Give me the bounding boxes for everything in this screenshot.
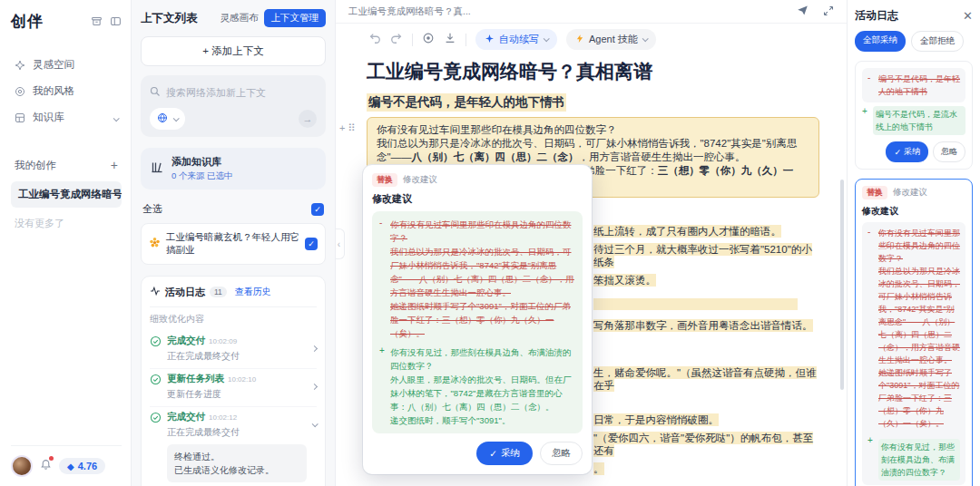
check-circle-icon [150,373,162,401]
sparkle-icon [485,34,495,45]
add-block-button[interactable]: + [339,122,345,198]
context-panel-title: 上下文列表 [141,11,198,26]
card-header-label: 修改建议 [893,187,927,199]
plus-marker: + [867,435,874,481]
replace-badge: 替换 [862,186,887,199]
activity-item[interactable]: 完成交付10:02:09 正在完成最终交付 [150,331,317,369]
deletion-text: 你有没有见过车间里那些印在模具边角的四位数字？ 我们总以为那只是冷冰冰的批次号、… [390,218,575,340]
accept-button[interactable]: ✓采纳 [476,442,533,465]
search-input[interactable] [166,87,302,98]
select-all-checkbox[interactable]: ✓ [311,203,324,216]
activity-item-time: 10:02:10 [228,375,256,384]
app-root: 创伴 灵感空间 我的风格 知识库 我的创作 + 工业编号竟成网络暗号？真... … [0,0,980,486]
paragraph-fragment: 纸上流转，成了只有圈内人才懂的暗语。 [593,225,819,238]
activity-wave-icon [150,284,161,300]
sidebar-item-label: 我的风格 [33,84,74,98]
activity-item-time: 10:02:09 [209,337,237,345]
plus-marker: + [862,106,868,135]
chevron-down-icon [173,115,180,122]
suggestion-card: -编号不是代码，是年轻人的地下情书 +编号不是代码，是流水线上的地下情书 ✓采纳… [855,61,973,170]
editor-topbar: 工业编号竟成网络暗号？真... [336,0,847,24]
library-icon [15,112,25,123]
agent-skill-button[interactable]: Agent 技能 [566,29,656,50]
collapse-editor-handle[interactable]: ‹ [336,228,345,259]
sidebar-item-label: 灵感空间 [33,58,74,72]
context-doc-card[interactable]: 工业编号暗藏玄机？年轻人用它搞副业 ✓ [141,223,326,265]
activity-item-title: 更新任务列表10:02:10 [167,373,307,385]
sidebar-item-knowledge[interactable]: 知识库 [11,104,122,131]
share-icon[interactable] [797,4,808,20]
style-icon [15,86,25,97]
target-icon[interactable] [422,32,435,48]
paragraph-fragment: 待过三个月，就大概率收过一张写着"5210"的小纸条 [593,243,819,268]
ignore-button[interactable]: 忽略 [933,141,965,162]
suggestion-box: - 你有没有见过车间里那些印在模具边角的四位数字？ 我们总以为那只是冷冰冰的批次… [372,211,583,433]
add-knowledge-card[interactable]: 添加知识库 0 个来源 已选中 [141,148,326,190]
tab-context-manage[interactable]: 上下文管理 [264,9,327,27]
addition-row: + 你有没有见过，那些刻在模具边角、布满油渍的四位数字？ 外人眼里，那是冰冷的批… [379,345,575,427]
kb-card-title: 添加知识库 [172,155,233,169]
activity-item-title: 完成交付10:02:12 [167,411,307,423]
sidebar-doc-item[interactable]: 工业编号竟成网络暗号？真... [11,181,122,208]
auto-write-button[interactable]: 自动续写 [475,29,557,50]
sidebar-item-style[interactable]: 我的风格 [11,78,122,104]
undo-icon[interactable] [368,32,381,48]
globe-icon [157,111,168,127]
source-selector[interactable] [150,108,185,130]
add-context-button[interactable]: + 添加上下文 [141,36,326,66]
download-icon[interactable] [444,32,456,48]
paragraph-fragment: 。 [593,462,819,475]
doc-title: 工业编号竟成网络暗号？真相离谱 [367,59,819,84]
minus-marker: - [379,218,386,340]
card-buttons: ✓采纳 忽略 [862,141,965,162]
sidebar-item-inspiration[interactable]: 灵感空间 [11,52,122,78]
addition-text: 你有没有见过，那些刻在模具边角、布满油渍的四位数字？ [878,439,960,481]
paragraph-fragment: "（爱你四六，谐音"爱你死哒"）的帆布包，甚至还有 [593,432,819,457]
deletion-text: 你有没有见过车间里那些印在模具边角的四位数字？ 我们总以为那只是冷冰冰的批次号、… [878,227,960,430]
search-row [150,84,317,101]
drag-handle-icon[interactable]: ⠿ [348,122,355,198]
expand-icon[interactable] [823,4,834,20]
activity-item-expanded[interactable]: 完成交付10:02:12 正在完成最终交付 终检通过。 已生成语义化修改记录。 [150,407,317,486]
chevron-down-icon[interactable] [113,112,118,123]
archive-icon[interactable] [91,15,103,27]
add-creation-button[interactable]: + [111,158,118,172]
activity-log-title: 活动日志 [165,286,205,299]
app-logo: 创伴 [11,11,44,32]
context-tabs: 灵感画布 上下文管理 [220,9,327,27]
paragraph-fragment: 笨拙又滚烫。 [593,274,819,287]
notification-bell-icon[interactable] [40,458,52,474]
submit-search-button[interactable]: → [299,110,317,128]
avatar[interactable] [11,455,33,477]
doc-breadcrumb: 工业编号竟成网络暗号？真... [348,5,471,18]
credits-badge[interactable]: ◆ 4.76 [59,458,105,474]
accept-button[interactable]: ✓采纳 [886,141,928,162]
ignore-button[interactable]: 忽略 [540,442,583,465]
editor-scrollbar[interactable] [840,180,844,390]
activity-log-header: 活动日志 11 查看历史 [150,284,317,300]
activity-item-title: 完成交付10:02:09 [167,335,307,347]
addition-text: 你有没有见过，那些刻在模具边角、布满油渍的四位数字？ 外人眼里，那是冰冷的批次号… [390,345,575,427]
check-circle-icon [150,411,162,482]
creations-title: 我的创作 [15,159,56,172]
activity-item[interactable]: 更新任务列表10:02:10 更新任务进度 [150,369,317,407]
select-all-label: 全选 [142,202,162,216]
creations-section: 我的创作 + [11,154,122,176]
select-all-row: 全选 ✓ [141,200,326,223]
tab-inspiration-canvas[interactable]: 灵感画布 [220,12,259,24]
reject-all-button[interactable]: 全部拒绝 [911,31,964,52]
suggestion-box: -编号不是代码，是年轻人的地下情书 [862,68,965,102]
sidebar-header-icons [91,15,122,27]
close-icon[interactable]: ✕ [963,9,973,23]
collapse-sidebar-icon[interactable] [110,15,122,27]
minus-marker: - [867,73,874,98]
search-card: → [141,75,326,137]
doc-checkbox[interactable]: ✓ [305,238,318,250]
redo-icon[interactable] [390,32,403,48]
no-more-label: 没有更多了 [11,217,122,230]
paragraph-fragment: 写角落那串数字，画外音用粤语念出谐音情话。 [593,319,819,332]
suggestion-box: -你有没有见过车间里那些印在模具边角的四位数字？ 我们总以为那只是冷冰冰的批次号… [862,222,965,485]
chevron-right-icon [312,373,317,401]
view-history-link[interactable]: 查看历史 [235,286,271,298]
accept-all-button[interactable]: 全部采纳 [855,31,906,52]
